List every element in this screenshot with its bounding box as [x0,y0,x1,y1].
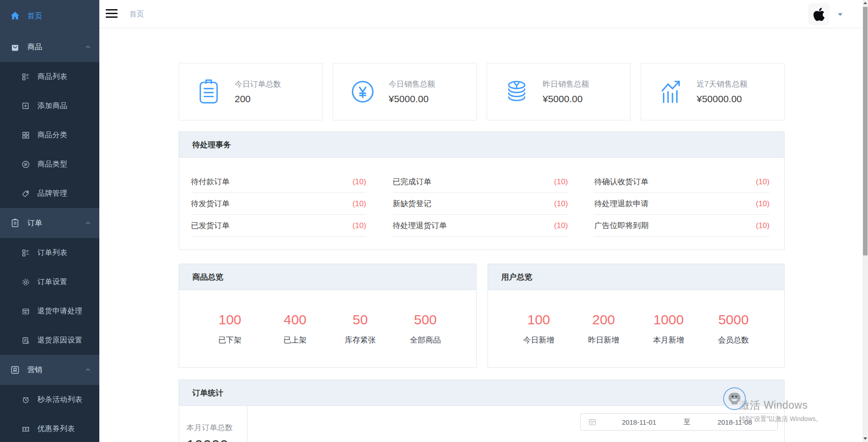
chevron-up-icon [85,44,91,50]
todo-item[interactable]: 待付款订单(10) [191,171,366,193]
todo-item-count: (10) [554,221,568,230]
stat-card-label: 昨日销售总额 [543,79,589,89]
sidebar-item-label: 添加商品 [37,101,67,111]
caret-down-icon[interactable] [838,13,842,16]
overview-stat[interactable]: 5000会员总数 [701,312,766,345]
todo-item[interactable]: 新缺货登记(10) [393,193,568,215]
scroll-down-arrow-icon[interactable] [863,437,867,440]
breadcrumb[interactable]: 首页 [129,10,144,19]
marketing-bookmark-icon [10,365,20,375]
todo-item[interactable]: 待确认收货订单(10) [594,171,770,193]
sidebar-item-label: 订单列表 [37,248,67,258]
overview-stat[interactable]: 1000本月新增 [636,312,701,345]
sidebar-item-order-list[interactable]: 订单列表 [0,238,99,267]
mascot-face [728,392,741,405]
top-bar: 首页 [99,0,863,28]
stat-card-yesterday-sales: 昨日销售总额 ¥5000.00 [487,63,631,120]
todo-item-count: (10) [352,199,366,208]
todo-item-count: (10) [756,221,770,230]
todo-item[interactable]: 已完成订单(10) [393,171,568,193]
sidebar-item-product-type[interactable]: 商品类型 [0,150,99,179]
todo-item[interactable]: 广告位即将到期(10) [594,215,770,237]
todo-item-label: 待确认收货订单 [594,177,648,187]
sidebar-item-brand[interactable]: 品牌管理 [0,179,99,208]
stat-label: 会员总数 [701,335,766,345]
todo-item-count: (10) [554,199,568,208]
sidebar-item-coupon[interactable]: 优惠券列表 [0,414,99,442]
overview-stat[interactable]: 400已上架 [262,312,328,345]
date-end-input[interactable]: 2018-11-08 [692,418,777,426]
todo-item-label: 已发货订单 [191,220,230,231]
sidebar-item-add-product[interactable]: 添加商品 [0,91,99,120]
stat-label: 已下架 [197,335,262,345]
todo-item[interactable]: 待处理退货订单(10) [393,215,568,237]
todo-panel-title: 待处理事务 [179,132,784,158]
sidebar-item-label: 商品类型 [37,160,67,169]
order-list-icon [21,249,30,257]
today-sales-icon [349,78,377,106]
coupon-ticket-icon [21,425,30,433]
sidebar-item-label: 商品列表 [37,72,67,82]
date-range-picker[interactable]: 2018-11-01 至 2018-11-08 [580,413,778,431]
todo-item[interactable]: 待发货订单(10) [191,193,366,215]
stat-value: 100 [506,312,571,328]
sidebar: 首页 商品 商品列表 添加商品 商品分类 商品类型 品牌管理 订单 [0,0,99,442]
todo-grid: 待付款订单(10) 已完成订单(10) 待确认收货订单(10) 待发货订单(10… [179,158,784,237]
sidebar-item-order[interactable]: 订单 [0,208,99,238]
calendar-icon [588,418,596,426]
todo-item[interactable]: 已发货订单(10) [191,215,366,237]
marketing-submenu: 秒杀活动列表 优惠券列表 [0,385,99,442]
stat-value: 5000 [701,312,766,328]
sidebar-item-home[interactable]: 首页 [0,0,99,32]
sidebar-item-flash-sale[interactable]: 秒杀活动列表 [0,385,99,414]
avatar[interactable] [808,3,830,25]
sidebar-item-label: 商品 [27,42,42,52]
stat-card-today-orders: 今日订单总数 200 [179,63,323,120]
sidebar-item-label: 优惠券列表 [37,424,75,434]
stat-card-label: 今日销售总额 [389,79,435,89]
overview-stat[interactable]: 200昨日新增 [571,312,637,345]
order-metric-value: 10000 [186,437,247,442]
stat-label: 昨日新增 [571,335,637,345]
todo-item-label: 新缺货登记 [393,198,431,209]
date-range-separator: 至 [682,418,692,426]
order-submenu: 订单列表 订单设置 退货申请处理 退货原因设置 [0,238,99,355]
stat-label: 全部商品 [393,335,458,345]
sidebar-item-label: 首页 [27,11,42,21]
sidebar-item-label: 退货申请处理 [37,307,82,316]
sidebar-item-label: 营销 [27,365,42,375]
sidebar-item-return-apply[interactable]: 退货申请处理 [0,296,99,326]
todo-item-label: 广告位即将到期 [594,220,648,231]
date-start-input[interactable]: 2018-11-01 [596,418,682,426]
sidebar-item-category[interactable]: 商品分类 [0,120,99,150]
hamburger-icon[interactable] [106,9,118,19]
stat-card-label: 今日订单总数 [235,79,281,89]
chat-mascot-icon[interactable] [723,387,746,410]
sidebar-item-goods[interactable]: 商品 [0,32,99,62]
vertical-scrollbar[interactable] [863,0,868,442]
order-metric-label: 本月订单总数 [186,422,247,433]
overview-stat[interactable]: 50库存紧张 [328,312,393,345]
todo-item-label: 待处理退货订单 [393,220,447,231]
todo-panel: 待处理事务 待付款订单(10) 已完成订单(10) 待确认收货订单(10) 待发… [179,131,785,250]
stat-value: 400 [262,312,328,328]
scroll-up-arrow-icon[interactable] [863,2,867,4]
sidebar-item-label: 商品分类 [37,130,67,140]
overview-stat[interactable]: 100已下架 [197,312,262,345]
sidebar-item-marketing[interactable]: 营销 [0,355,99,385]
scrollbar-thumb[interactable] [863,7,868,255]
todo-item-label: 已完成订单 [393,177,431,187]
overview-stat[interactable]: 100今日新增 [506,312,571,345]
todo-item-count: (10) [756,199,770,208]
sidebar-item-label: 订单设置 [37,277,67,287]
todo-item[interactable]: 待处理退款申请(10) [594,193,770,215]
stat-label: 今日新增 [506,335,571,345]
sidebar-item-return-reason[interactable]: 退货原因设置 [0,326,99,355]
stat-card-value: ¥5000.00 [543,94,589,104]
sidebar-item-order-setting[interactable]: 订单设置 [0,267,99,296]
todo-item-count: (10) [352,177,366,187]
sidebar-item-product-list[interactable]: 商品列表 [0,62,99,91]
todo-item-count: (10) [756,177,770,187]
overview-stat[interactable]: 500全部商品 [393,312,458,345]
goods-submenu: 商品列表 添加商品 商品分类 商品类型 品牌管理 [0,62,99,208]
